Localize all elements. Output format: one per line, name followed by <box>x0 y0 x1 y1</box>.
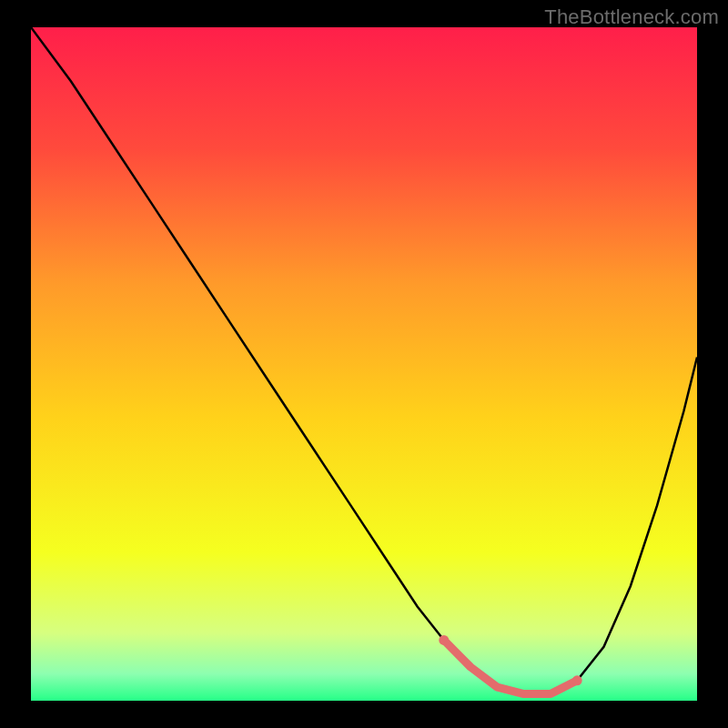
optimal-region-end-marker <box>572 675 582 685</box>
chart-svg <box>31 27 697 701</box>
chart-frame: TheBottleneck.com <box>0 0 728 728</box>
plot-area <box>31 27 697 701</box>
optimal-region-start-marker <box>439 635 449 645</box>
chart-background <box>31 27 697 701</box>
watermark-text: TheBottleneck.com <box>544 5 719 29</box>
